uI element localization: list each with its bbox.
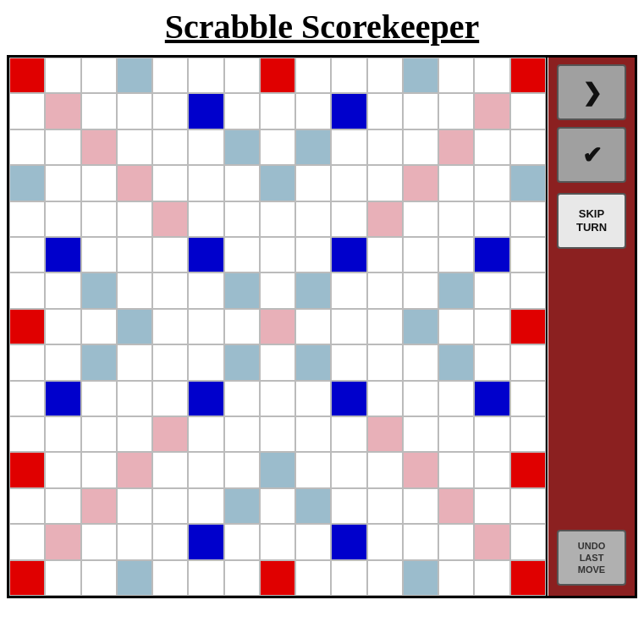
board-cell[interactable] xyxy=(367,165,403,201)
board-cell[interactable] xyxy=(45,272,80,308)
board-cell[interactable] xyxy=(45,237,80,272)
board-cell[interactable] xyxy=(403,237,438,272)
board-cell[interactable] xyxy=(295,560,331,596)
board-cell[interactable] xyxy=(224,560,260,596)
board-cell[interactable] xyxy=(438,344,474,380)
board-cell[interactable] xyxy=(152,524,188,559)
board-cell[interactable] xyxy=(152,201,188,237)
board-cell[interactable] xyxy=(260,58,295,93)
board-cell[interactable] xyxy=(331,165,366,201)
board-cell[interactable] xyxy=(331,344,366,380)
board-cell[interactable] xyxy=(367,93,403,129)
board-cell[interactable] xyxy=(403,452,438,487)
board-cell[interactable] xyxy=(367,488,403,524)
board-cell[interactable] xyxy=(438,93,474,129)
board-cell[interactable] xyxy=(295,165,331,201)
board-cell[interactable] xyxy=(45,93,80,129)
board-cell[interactable] xyxy=(403,416,438,452)
board-cell[interactable] xyxy=(403,488,438,524)
board-cell[interactable] xyxy=(367,58,403,93)
board-cell[interactable] xyxy=(45,524,80,559)
board-cell[interactable] xyxy=(152,272,188,308)
board-cell[interactable] xyxy=(224,93,260,129)
board-cell[interactable] xyxy=(295,416,331,452)
confirm-button[interactable]: ✔ xyxy=(557,127,626,183)
board-cell[interactable] xyxy=(224,272,260,308)
board-cell[interactable] xyxy=(224,237,260,272)
board-cell[interactable] xyxy=(81,452,117,487)
board-cell[interactable] xyxy=(510,452,546,487)
board-cell[interactable] xyxy=(45,452,80,487)
board-cell[interactable] xyxy=(331,560,366,596)
board-cell[interactable] xyxy=(438,452,474,487)
board-cell[interactable] xyxy=(45,381,80,416)
board-cell[interactable] xyxy=(224,201,260,237)
board-cell[interactable] xyxy=(9,58,45,93)
board-cell[interactable] xyxy=(474,93,509,129)
board-cell[interactable] xyxy=(510,381,546,416)
board-cell[interactable] xyxy=(117,488,152,524)
board-cell[interactable] xyxy=(224,309,260,344)
board-cell[interactable] xyxy=(367,272,403,308)
board-cell[interactable] xyxy=(438,416,474,452)
board-cell[interactable] xyxy=(260,560,295,596)
board-cell[interactable] xyxy=(331,524,366,559)
board-cell[interactable] xyxy=(9,93,45,129)
board-cell[interactable] xyxy=(81,560,117,596)
board-cell[interactable] xyxy=(474,452,509,487)
board-cell[interactable] xyxy=(152,488,188,524)
board-cell[interactable] xyxy=(474,416,509,452)
board-cell[interactable] xyxy=(117,129,152,165)
board-cell[interactable] xyxy=(260,524,295,559)
board-cell[interactable] xyxy=(438,560,474,596)
board-cell[interactable] xyxy=(510,93,546,129)
board-cell[interactable] xyxy=(331,381,366,416)
board-cell[interactable] xyxy=(224,524,260,559)
board-cell[interactable] xyxy=(438,237,474,272)
board-cell[interactable] xyxy=(438,488,474,524)
board-cell[interactable] xyxy=(117,524,152,559)
board-cell[interactable] xyxy=(331,416,366,452)
board-cell[interactable] xyxy=(331,93,366,129)
board-cell[interactable] xyxy=(474,381,509,416)
board-cell[interactable] xyxy=(117,381,152,416)
board-cell[interactable] xyxy=(367,560,403,596)
board-cell[interactable] xyxy=(474,560,509,596)
board-cell[interactable] xyxy=(403,272,438,308)
board-cell[interactable] xyxy=(81,488,117,524)
board-cell[interactable] xyxy=(188,58,223,93)
board-cell[interactable] xyxy=(367,524,403,559)
board-cell[interactable] xyxy=(9,560,45,596)
board-cell[interactable] xyxy=(510,272,546,308)
board-cell[interactable] xyxy=(510,129,546,165)
board-cell[interactable] xyxy=(295,93,331,129)
board-cell[interactable] xyxy=(117,93,152,129)
board-cell[interactable] xyxy=(117,165,152,201)
board-cell[interactable] xyxy=(188,272,223,308)
board-cell[interactable] xyxy=(81,524,117,559)
board-cell[interactable] xyxy=(81,381,117,416)
board-cell[interactable] xyxy=(45,201,80,237)
board-cell[interactable] xyxy=(224,416,260,452)
board-cell[interactable] xyxy=(45,129,80,165)
board-cell[interactable] xyxy=(438,201,474,237)
board-cell[interactable] xyxy=(188,488,223,524)
board-cell[interactable] xyxy=(188,165,223,201)
board-cell[interactable] xyxy=(474,201,509,237)
board-cell[interactable] xyxy=(260,452,295,487)
board-cell[interactable] xyxy=(260,237,295,272)
board-cell[interactable] xyxy=(367,452,403,487)
board-cell[interactable] xyxy=(260,344,295,380)
board-cell[interactable] xyxy=(224,381,260,416)
board-cell[interactable] xyxy=(367,381,403,416)
board-cell[interactable] xyxy=(260,165,295,201)
board-cell[interactable] xyxy=(331,309,366,344)
board-cell[interactable] xyxy=(117,560,152,596)
board-cell[interactable] xyxy=(403,58,438,93)
board-cell[interactable] xyxy=(510,58,546,93)
board-cell[interactable] xyxy=(188,201,223,237)
board-cell[interactable] xyxy=(295,58,331,93)
board-cell[interactable] xyxy=(403,524,438,559)
board-cell[interactable] xyxy=(188,416,223,452)
board-cell[interactable] xyxy=(403,344,438,380)
